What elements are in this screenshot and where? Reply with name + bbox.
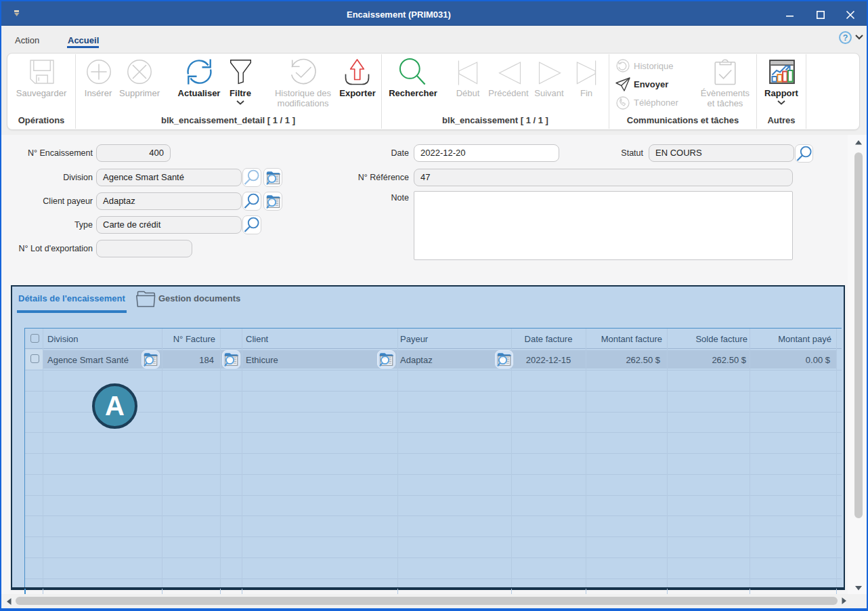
svg-text:?: ? — [843, 33, 848, 43]
